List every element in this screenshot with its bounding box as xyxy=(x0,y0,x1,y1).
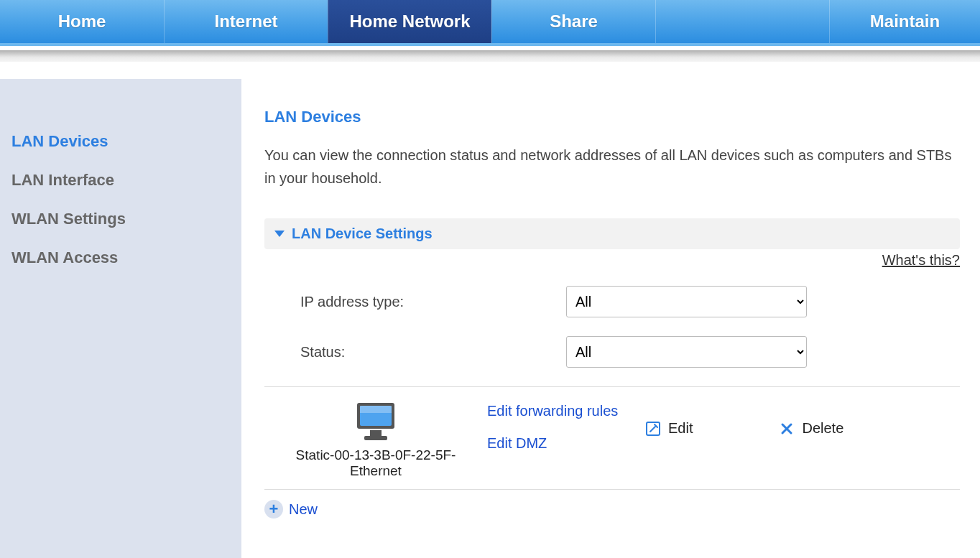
svg-rect-2 xyxy=(360,406,392,413)
main-content: LAN Devices You can view the connection … xyxy=(244,79,980,558)
nav-share-label: Share xyxy=(550,11,598,32)
nav-maintain-label: Maintain xyxy=(870,11,940,32)
sidebar-item-lan-devices[interactable]: LAN Devices xyxy=(0,122,241,161)
device-links: Edit forwarding rules Edit DMZ xyxy=(487,400,645,479)
page-body: LAN Devices LAN Interface WLAN Settings … xyxy=(0,79,980,558)
edit-button-label: Edit xyxy=(668,420,693,437)
nav-internet[interactable]: Internet xyxy=(164,0,328,43)
label-ip-address-type: IP address type: xyxy=(264,294,566,310)
nav-shadow xyxy=(0,50,980,62)
row-ip-address-type: IP address type: All xyxy=(264,286,960,317)
whats-this-link[interactable]: What's this? xyxy=(882,252,960,268)
row-status: Status: All xyxy=(264,336,960,368)
device-cell[interactable]: Static-00-13-3B-0F-22-5F-Ethernet xyxy=(264,400,487,479)
edit-button[interactable]: Edit xyxy=(645,420,693,437)
sidebar-item-label: WLAN Access xyxy=(11,248,118,266)
edit-icon xyxy=(645,421,661,437)
section-lan-device-settings[interactable]: LAN Device Settings xyxy=(264,218,960,249)
link-edit-dmz[interactable]: Edit DMZ xyxy=(487,435,645,452)
device-row: Static-00-13-3B-0F-22-5F-Ethernet Edit f… xyxy=(264,386,960,490)
nav-home[interactable]: Home xyxy=(0,0,164,43)
sidebar-item-label: LAN Interface xyxy=(11,171,114,189)
svg-rect-4 xyxy=(364,436,387,440)
nav-home-network[interactable]: Home Network xyxy=(328,0,491,43)
nav-spacer xyxy=(655,0,829,43)
select-status[interactable]: All xyxy=(566,336,807,368)
nav-maintain[interactable]: Maintain xyxy=(829,0,980,43)
label-status: Status: xyxy=(264,344,566,361)
nav-internet-label: Internet xyxy=(214,11,277,32)
chevron-down-icon xyxy=(274,231,285,237)
sidebar-item-lan-interface[interactable]: LAN Interface xyxy=(0,161,241,200)
sidebar-item-label: LAN Devices xyxy=(11,132,108,150)
select-ip-address-type[interactable]: All xyxy=(566,286,807,317)
delete-button[interactable]: Delete xyxy=(779,420,843,437)
close-icon xyxy=(779,421,795,437)
page-description: You can view the connection status and n… xyxy=(264,144,960,190)
nav-share[interactable]: Share xyxy=(491,0,655,43)
top-nav: Home Internet Home Network Share Maintai… xyxy=(0,0,980,46)
add-new-label: New xyxy=(289,501,318,518)
delete-button-label: Delete xyxy=(802,420,843,437)
section-title: LAN Device Settings xyxy=(292,225,433,242)
link-edit-forwarding-rules[interactable]: Edit forwarding rules xyxy=(487,403,645,419)
device-actions: Edit Delete xyxy=(645,400,960,479)
monitor-icon xyxy=(353,400,399,443)
svg-rect-3 xyxy=(370,430,382,436)
sidebar-item-label: WLAN Settings xyxy=(11,210,126,228)
sidebar-item-wlan-access[interactable]: WLAN Access xyxy=(0,238,241,277)
whats-this-row: What's this? xyxy=(264,252,960,269)
add-new-button[interactable]: + New xyxy=(264,500,960,519)
plus-icon: + xyxy=(264,500,283,519)
sidebar: LAN Devices LAN Interface WLAN Settings … xyxy=(0,79,241,558)
device-name: Static-00-13-3B-0F-22-5F-Ethernet xyxy=(272,447,480,479)
sidebar-item-wlan-settings[interactable]: WLAN Settings xyxy=(0,200,241,238)
nav-home-network-label: Home Network xyxy=(349,11,470,32)
page-title: LAN Devices xyxy=(264,108,960,126)
nav-home-label: Home xyxy=(58,11,106,32)
